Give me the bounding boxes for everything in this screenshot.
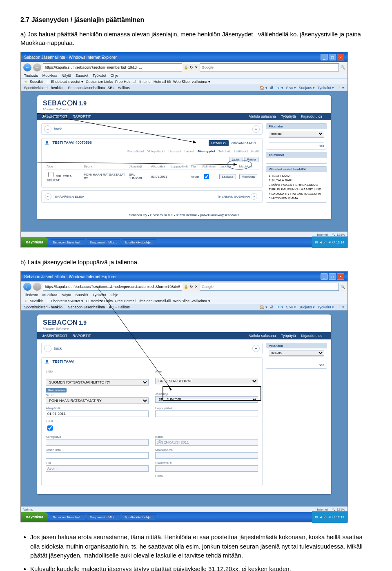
menu-suosikit[interactable]: Suosikit	[76, 74, 89, 78]
nav-vaihda[interactable]: Vaihda salasana	[249, 114, 276, 118]
fav-link-4[interactable]: Web Slice -valikoima ▾	[173, 299, 210, 303]
system-tray[interactable]: FI ◄ 🔊 ✳ 🛡 13:14	[312, 236, 347, 248]
menu-muokkaa[interactable]: Muokkaa	[42, 293, 58, 297]
subtab-kortit[interactable]: Kortit	[251, 149, 259, 153]
task-item[interactable]: Sebacon Jäsenhal...	[50, 514, 85, 520]
nav-kirjaudu[interactable]: Kirjaudu ulos	[301, 334, 322, 338]
fav-link-1[interactable]: Customize Links	[86, 299, 113, 303]
fav-link-0[interactable]: Ehdotetut sivustot ▾	[51, 299, 83, 303]
next-icon[interactable]: →	[251, 193, 257, 200]
nav-jasentiedot[interactable]: JÄSENTIEDOT	[42, 334, 67, 338]
fav-label[interactable]: Suosikit	[30, 80, 43, 84]
recent-item[interactable]: 4 LAUKKA RY RATSASTUSSEURA	[269, 192, 324, 196]
subtab-laskut[interactable]: Laskut	[185, 149, 194, 153]
start-button[interactable]: Käynnistä	[21, 512, 48, 522]
maximize-button[interactable]: □	[329, 273, 336, 280]
search-go-icon[interactable]: 🔍	[341, 285, 345, 289]
star-icon[interactable]: ★	[24, 299, 27, 303]
stop-icon[interactable]: ✕	[195, 285, 198, 289]
page-tab-0[interactable]: Sporttirekisteri - henkilö...	[24, 305, 66, 309]
stop-icon[interactable]: ✕	[195, 65, 198, 69]
page-tab-2[interactable]: SRL - Hallitus	[107, 305, 130, 309]
forward-button[interactable]: →	[33, 63, 41, 71]
recent-item[interactable]: 1 TESTI TAAVI	[269, 174, 324, 178]
nav-jasentiedot[interactable]: JÄSENTIEDOT	[42, 114, 67, 118]
tool-security[interactable]: Suojaus ▾	[298, 305, 315, 309]
muokkaa-button[interactable]: Muokkaa	[239, 174, 257, 179]
subtab-perustiedot[interactable]: Perustiedot	[127, 149, 144, 153]
subtab-yhteystiedot[interactable]: Yhteystiedot	[147, 149, 165, 153]
menu-tyokalut[interactable]: Työkalut	[93, 74, 107, 78]
tool-home[interactable]: 🏠 ▾	[260, 86, 267, 90]
star-icon[interactable]: ★	[24, 80, 27, 84]
recent-item[interactable]: TURUN KAUPUNKI - MAARIT LIND	[269, 187, 324, 192]
browser-search[interactable]	[200, 283, 339, 291]
seura-select[interactable]: PONI-HAAN RATSASTAJAT RY	[46, 397, 149, 404]
liitto-select[interactable]: SUOMEN RATSASTAJAINLIITTO RY	[46, 379, 149, 386]
loppupv-input[interactable]	[155, 410, 258, 417]
pikahaku-type[interactable]: Henkilö	[269, 350, 324, 356]
alkupv-input[interactable]	[46, 410, 149, 417]
back-button[interactable]: ←	[23, 63, 31, 71]
menu-muokkaa[interactable]: Muokkaa	[42, 74, 58, 78]
pikahaku-hae[interactable]: hae	[269, 363, 324, 367]
prev-icon[interactable]: ←	[45, 193, 51, 200]
system-tray[interactable]: FI ◄ 🔊 ✳ 🛡 12:19	[312, 511, 347, 523]
nav-raportit[interactable]: RAPORTIT	[73, 114, 91, 118]
tool-security[interactable]: Suojaus ▾	[298, 86, 315, 90]
tab-organisaatio[interactable]: ORGANISAATIO	[229, 140, 259, 146]
nav-tyopoyto[interactable]: Työpöytä	[281, 114, 296, 118]
laskuta-button[interactable]: Laskuta	[219, 174, 236, 179]
menu-tiedosto[interactable]: Tiedosto	[24, 74, 38, 78]
fav-link-0[interactable]: Ehdotetut sivustot ▾	[51, 80, 83, 84]
fav-label[interactable]: Suosikit	[30, 299, 43, 303]
task-item[interactable]: Sebacon Jäsenhal...	[50, 239, 85, 245]
tab-henkilo[interactable]: HENKILÖ	[209, 140, 229, 146]
tool-page[interactable]: Sivu ▾	[286, 305, 296, 309]
prev-name[interactable]: TERÄVÄINEN ELISA	[53, 195, 84, 199]
task-item[interactable]: Saapuneet - Micr...	[87, 514, 120, 520]
page-tab-1[interactable]: Sebacon Jäsenhallinta	[68, 305, 105, 309]
menu-suosikit[interactable]: Suosikit	[76, 293, 89, 297]
subtab-tehtavat[interactable]: Tehtävät	[218, 149, 231, 153]
status-zoom[interactable]: 🔍 125%	[332, 508, 345, 511]
fav-link-2[interactable]: Free Hotmail	[115, 299, 136, 303]
subtab-jasenyydet[interactable]: Jäsenyydet	[197, 149, 215, 153]
pikahaku-input[interactable]	[269, 137, 324, 143]
recent-item[interactable]: 2 SILTALA SARI	[269, 178, 324, 183]
forward-button[interactable]: →	[33, 283, 41, 291]
close-button[interactable]: ×	[337, 54, 344, 60]
nav-tyopoyto[interactable]: Työpöytä	[281, 334, 296, 338]
menu-ohje[interactable]: Ohje	[111, 74, 118, 78]
alue-select[interactable]: SRL ESRA SEURAT	[155, 378, 258, 384]
subtab-lisenssit[interactable]: Lisenssit	[169, 149, 181, 153]
menu-nayta[interactable]: Näytä	[62, 74, 71, 78]
menu-tiedosto[interactable]: Tiedosto	[24, 293, 38, 297]
task-item[interactable]: Saapuneet - Micr...	[87, 239, 120, 245]
nav-kirjaudu[interactable]: Kirjaudu ulos	[301, 114, 322, 118]
tool-mail[interactable]: 📧 ▾	[276, 86, 284, 90]
maximize-button[interactable]: □	[329, 54, 336, 60]
status-zoom[interactable]: 🔍 125%	[332, 233, 345, 236]
back-button[interactable]: ←	[23, 283, 31, 291]
browser-search[interactable]	[200, 63, 339, 71]
row-checkbox[interactable]	[48, 172, 53, 177]
pikahaku-input[interactable]	[269, 357, 324, 362]
lehti-checkbox[interactable]	[47, 425, 53, 431]
minimize-button[interactable]: _	[321, 54, 328, 60]
jasenlaji-select[interactable]: SRL JUNIORI	[155, 396, 258, 403]
info-input[interactable]	[46, 452, 149, 459]
refresh-icon[interactable]: ↻	[190, 65, 193, 69]
close-button[interactable]: ×	[337, 273, 344, 280]
back-row[interactable]: ← back +	[41, 343, 263, 354]
tool-help[interactable]: ❔ ▾	[336, 86, 344, 90]
tool-tools[interactable]: Työkalut ▾	[317, 86, 334, 90]
page-tab-0[interactable]: Sporttirekisteri - henkilö...	[24, 86, 66, 90]
fav-link-4[interactable]: Web Slice -valikoima ▾	[173, 80, 210, 84]
tool-page[interactable]: Sivu ▾	[286, 86, 296, 90]
fav-link-1[interactable]: Customize Links	[86, 80, 113, 84]
tool-print[interactable]: 🖶	[270, 305, 274, 309]
tool-print[interactable]: 🖶	[270, 86, 274, 90]
nav-vaihda[interactable]: Vaihda salasana	[249, 334, 276, 338]
tool-tools[interactable]: Työkalut ▾	[317, 305, 334, 309]
